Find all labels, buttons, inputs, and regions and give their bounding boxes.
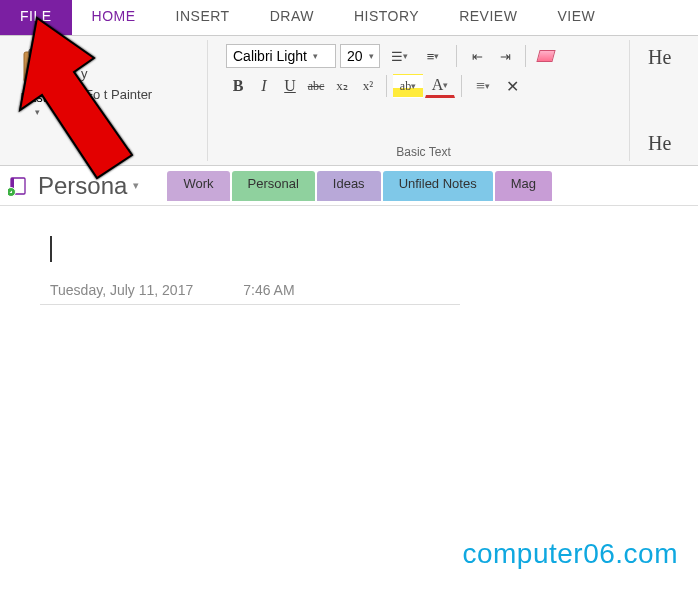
copy-label: y: [81, 66, 88, 81]
font-group-label: Basic Text: [226, 141, 621, 159]
outdent-button[interactable]: ⇤: [465, 44, 489, 68]
separator: [525, 45, 526, 67]
paste-button[interactable]: Paste ▾: [16, 44, 58, 121]
font-size-value: 20: [347, 48, 363, 64]
highlight-label: ab: [400, 79, 411, 94]
section-tabs: Work Personal Ideas Unfiled Notes Mag: [167, 171, 554, 201]
tab-draw[interactable]: DRAW: [250, 0, 334, 35]
format-painter-label: Fo t Painter: [85, 87, 152, 102]
underline-button[interactable]: U: [278, 74, 302, 98]
clipboard-group: Paste ▾ ✂ ⧉ y 🖌 Fo t Painter Clipboar: [8, 40, 208, 161]
tab-file[interactable]: FILE: [0, 0, 72, 35]
eraser-icon: [536, 50, 555, 62]
chevron-down-icon[interactable]: ▾: [133, 179, 139, 192]
page-time: 7:46 AM: [243, 282, 294, 298]
svg-rect-2: [32, 62, 50, 86]
tab-insert[interactable]: INSERT: [156, 0, 250, 35]
tab-review[interactable]: REVIEW: [439, 0, 537, 35]
eraser-button[interactable]: [534, 44, 558, 68]
format-painter-button[interactable]: 🖌 Fo t Painter: [66, 87, 152, 102]
font-name-select[interactable]: Calibri Light ▾: [226, 44, 336, 68]
tab-home[interactable]: HOME: [72, 0, 156, 35]
subscript-button[interactable]: x₂: [330, 74, 354, 98]
notebook-name[interactable]: Persona: [38, 172, 127, 200]
number-list-button[interactable]: ≡▾: [418, 44, 448, 68]
font-group: Calibri Light ▾ 20 ▾ ☰▾ ≡▾ ⇤ ⇥ B I U a: [218, 40, 630, 161]
font-color-label: A: [432, 76, 444, 94]
clear-formatting-button[interactable]: ✕: [500, 74, 524, 98]
text-cursor: [50, 236, 52, 262]
bullet-list-button[interactable]: ☰▾: [384, 44, 414, 68]
watermark: computer06.com: [462, 538, 678, 570]
section-tab-personal[interactable]: Personal: [232, 171, 315, 201]
chevron-down-icon: ▾: [369, 51, 374, 61]
notebook-bar: Persona ▾ Work Personal Ideas Unfiled No…: [0, 166, 698, 206]
separator: [386, 75, 387, 97]
cut-button[interactable]: ✂: [66, 44, 152, 59]
svg-rect-1: [29, 49, 41, 57]
align-button[interactable]: ≡▾: [468, 74, 498, 98]
copy-button[interactable]: ⧉ y: [66, 65, 152, 81]
clipboard-group-label: Clipboar: [16, 141, 199, 159]
section-tab-mag[interactable]: Mag: [495, 171, 552, 201]
tab-view[interactable]: VIEW: [537, 0, 615, 35]
heading2-style[interactable]: He: [648, 132, 682, 155]
page-date: Tuesday, July 11, 2017: [50, 282, 193, 298]
page-canvas[interactable]: Tuesday, July 11, 2017 7:46 AM: [0, 206, 698, 305]
ribbon-tabs: FILE HOME INSERT DRAW HISTORY REVIEW VIE…: [0, 0, 698, 36]
chevron-down-icon: ▾: [35, 107, 40, 117]
tab-history[interactable]: HISTORY: [334, 0, 439, 35]
heading1-style[interactable]: He: [648, 46, 682, 69]
font-color-button[interactable]: A▾: [425, 74, 455, 98]
italic-button[interactable]: I: [252, 74, 276, 98]
paste-label: Paste: [20, 90, 53, 105]
section-tab-ideas[interactable]: Ideas: [317, 171, 381, 201]
separator: [461, 75, 462, 97]
notebook-icon: [8, 176, 28, 196]
ribbon: Paste ▾ ✂ ⧉ y 🖌 Fo t Painter Clipboar: [0, 36, 698, 166]
copy-icon: ⧉: [66, 65, 75, 81]
brush-icon: 🖌: [66, 87, 79, 102]
paste-icon: [20, 48, 54, 88]
page-meta: Tuesday, July 11, 2017 7:46 AM: [40, 272, 460, 305]
section-tab-unfiled[interactable]: Unfiled Notes: [383, 171, 493, 201]
scissors-icon: ✂: [66, 44, 77, 59]
indent-button[interactable]: ⇥: [493, 44, 517, 68]
section-tab-work[interactable]: Work: [167, 171, 229, 201]
font-size-select[interactable]: 20 ▾: [340, 44, 380, 68]
bold-button[interactable]: B: [226, 74, 250, 98]
styles-group: He He: [640, 40, 690, 161]
strike-button[interactable]: abc: [304, 74, 328, 98]
chevron-down-icon: ▾: [313, 51, 318, 61]
separator: [456, 45, 457, 67]
highlight-button[interactable]: ab▾: [393, 74, 423, 98]
superscript-button[interactable]: x²: [356, 74, 380, 98]
font-name-value: Calibri Light: [233, 48, 307, 64]
